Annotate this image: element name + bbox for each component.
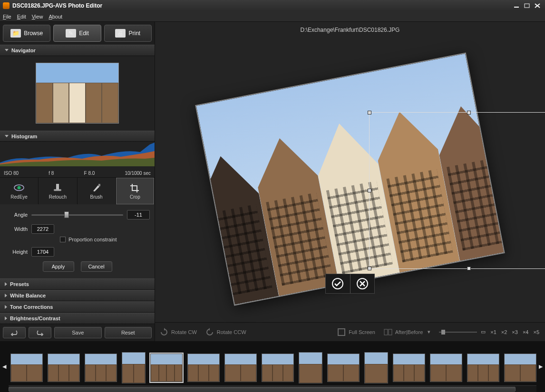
zoom-x2[interactable]: ×2 [500,329,508,335]
title-app: AVS Photo Editor [55,2,102,9]
histogram-header[interactable]: Histogram [0,131,155,142]
save-button[interactable]: Save [54,327,102,338]
folder-icon: 📁 [10,29,21,38]
fullscreen-icon [337,328,346,336]
svg-rect-7 [56,184,59,190]
thumbnail-selected[interactable] [150,354,183,382]
histogram-shutter: 10/1000 sec [125,171,151,176]
thumbnail[interactable] [122,352,146,383]
filmstrip-scrollbar[interactable] [9,385,536,392]
navigator-header[interactable]: Navigator [0,45,155,56]
maximize-button[interactable] [522,2,532,9]
thumbnail[interactable] [327,354,360,382]
cancel-button[interactable]: Cancel [81,261,112,272]
chevron-right-icon [5,294,7,297]
zoom-fit[interactable]: ▭ [480,329,487,335]
redeye-tool[interactable]: RedEye [0,178,39,204]
svg-point-9 [332,278,343,289]
zoom-slider[interactable] [439,330,477,335]
menu-file[interactable]: File [3,14,11,19]
fullscreen-button[interactable]: Full Screen [337,328,375,336]
chevron-right-icon [5,316,7,320]
height-label: Height [5,249,28,255]
browse-button[interactable]: 📁Browse [3,25,50,42]
width-input[interactable]: 2272 [31,224,54,234]
zoom-x5[interactable]: ×5 [532,329,540,335]
undo-button[interactable] [3,327,26,338]
thumbnail[interactable] [364,352,388,383]
thumbnail[interactable] [504,354,536,382]
rotate-cw-button[interactable]: Rotate CW [160,328,197,336]
height-input[interactable]: 1704 [31,247,54,257]
chevron-right-icon [5,305,7,309]
retouch-icon [52,183,63,192]
reset-button[interactable]: Reset [105,327,152,338]
angle-label: Angle [5,212,28,218]
tone-corrections-header[interactable]: Tone Corrections [0,301,155,313]
canvas-area[interactable] [155,36,545,322]
check-icon [331,277,344,290]
thumbnail[interactable] [85,354,117,382]
menu-view[interactable]: View [32,14,43,19]
filmstrip-next[interactable]: ▶ [536,346,545,388]
menubar: File Edit View About [0,11,545,22]
zoom-x4[interactable]: ×4 [522,329,530,335]
angle-input[interactable]: -11 [127,210,150,220]
edit-button[interactable]: ✎Edit [53,25,101,42]
thumbnail[interactable] [48,354,80,382]
reject-button[interactable] [350,274,375,293]
brightness-contrast-header[interactable]: Brightness/Contrast [0,313,155,324]
zoom-x1[interactable]: ×1 [489,329,497,335]
crop-rectangle[interactable] [369,112,545,269]
rotate-ccw-button[interactable]: Rotate CCW [205,328,246,336]
crop-handle[interactable] [368,189,371,192]
histogram-aperture2: F 8.0 [84,171,95,176]
presets-header[interactable]: Presets [0,278,155,290]
crop-handle[interactable] [467,111,471,115]
confirm-button[interactable] [326,274,350,293]
print-button[interactable]: 🖨Print [104,25,152,42]
crop-handle[interactable] [467,267,471,270]
navigator-panel [0,56,155,131]
thumbnail[interactable] [10,354,43,382]
zoom-x3[interactable]: ×3 [511,329,519,335]
after-before-button[interactable]: After|Before▾ [384,328,431,336]
titlebar: DSC01826.JPG - AVS Photo Editor [0,0,545,11]
compare-icon [384,328,392,336]
thumbnail[interactable] [262,354,294,382]
retouch-tool[interactable]: Retouch [39,178,77,204]
thumbnail[interactable] [299,352,322,383]
thumbnail[interactable] [393,354,425,382]
crop-panel: Angle -11 Width 2272 Proportion constrai… [0,204,155,278]
rotate-cw-icon [160,328,168,336]
redo-button[interactable] [29,327,51,338]
content-toolbar: Rotate CW Rotate CCW Full Screen After|B… [155,322,545,341]
scrollbar-grip[interactable] [9,387,516,392]
slider-thumb[interactable] [441,330,445,335]
apply-button[interactable]: Apply [43,261,74,272]
thumbnail[interactable] [467,354,499,382]
undo-icon [10,329,19,336]
navigator-thumbnail[interactable] [36,63,119,124]
proportion-checkbox[interactable] [60,237,66,242]
pencil-icon: ✎ [66,29,76,38]
menu-edit[interactable]: Edit [17,14,26,19]
close-button[interactable] [533,2,542,9]
thumbnail[interactable] [430,354,462,382]
content-area: D:\Exchange\Frankfurt\DSC01826.JPG Rotat… [155,22,545,341]
crop-tool[interactable]: Crop [116,178,155,204]
white-balance-header[interactable]: White Balance [0,290,155,301]
thumbnail[interactable] [224,354,257,382]
brush-tool[interactable]: Brush [78,178,116,204]
menu-about[interactable]: About [49,14,62,19]
angle-slider[interactable] [31,211,123,218]
slider-thumb[interactable] [64,211,69,218]
bottom-actions: Save Reset [0,324,155,341]
crop-handle[interactable] [368,267,371,270]
tools-row: RedEye Retouch Brush Crop [0,177,155,204]
crop-handle[interactable] [368,111,371,115]
thumbnail[interactable] [187,354,220,382]
printer-icon: 🖨 [115,29,126,38]
filmstrip-prev[interactable]: ◀ [0,346,9,388]
minimize-button[interactable] [512,2,521,9]
